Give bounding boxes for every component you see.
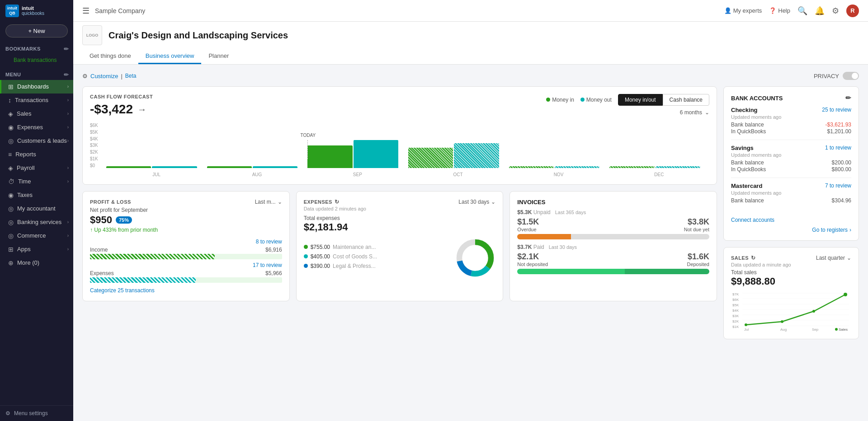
bookmarks-edit-icon[interactable]: ✏ [64,46,69,52]
bar-sep-teal [354,140,398,168]
exp-refresh-icon[interactable]: ↻ [335,199,340,205]
pl-expenses-row: Expenses $5,966 [90,270,282,283]
customize-icon: ⚙ [82,73,88,80]
sidebar-item-more[interactable]: ⊕ More (0) [0,256,73,270]
transactions-icon: ↕ [8,97,11,104]
sales-period[interactable]: Last quarter ⌄ [816,255,851,261]
exp-title-label: EXPENSES [304,199,332,205]
bank-connect-link[interactable]: Connect accounts [731,217,851,223]
pl-categorize-link[interactable]: Categorize 25 transactions [90,287,282,294]
today-label: TODAY [301,133,316,138]
notifications-icon[interactable]: 🔔 [815,6,825,16]
svg-text:Sales: Sales [839,327,848,332]
bar-group-aug [207,166,307,168]
bank-acc-review-savings[interactable]: 1 to review [825,145,851,151]
cf-period-chevron[interactable]: ⌄ [705,109,709,116]
sidebar-item-customers[interactable]: ◎ Customers & leads › [0,134,73,148]
inv-overdue-amount: $1.5K [517,217,539,227]
go-registers-link[interactable]: Go to registers › [731,227,851,233]
pl-period-chevron: ⌄ [278,199,282,205]
tab-get-things-done[interactable]: Get things done [82,49,138,64]
sidebar-item-apps[interactable]: ⊞ Apps › [0,243,73,256]
x-label-aug: AUG [207,172,307,177]
bank-acc-review-checking[interactable]: 25 to review [822,107,851,113]
user-avatar[interactable]: R [846,5,859,17]
sidebar-item-expenses[interactable]: ◉ Expenses › [0,121,73,134]
bar-group-dec [609,166,709,168]
sidebar-item-commerce[interactable]: ◎ Commerce › [0,229,73,243]
sidebar-item-bank-transactions[interactable]: Bank transactions [0,54,73,66]
menu-header[interactable]: MENU ✏ [0,70,73,80]
sidebar-item-sales[interactable]: ◈ Sales › [0,107,73,121]
inv-title: INVOICES [517,199,545,206]
help-link[interactable]: ❓ Help [769,7,790,14]
inv-paid-label: Paid [533,244,544,250]
bank-edit-icon[interactable]: ✏ [845,94,851,102]
search-icon[interactable]: 🔍 [797,6,807,16]
bookmarks-header[interactable]: BOOKMARKS ✏ [0,44,73,54]
cashflow-title: CASH FLOW FORECAST [90,94,153,99]
tab-planner[interactable]: Planner [201,49,236,64]
pl-expenses-label: Expenses [90,270,114,276]
expenses-chevron: › [67,125,69,130]
inv-unpaid-label: $5.3K Unpaid Last 365 days [517,209,586,215]
company-name-topbar: Sample Company [95,7,145,14]
sidebar-item-banking[interactable]: ◎ Banking services › [0,215,73,229]
sales-updated: Data updated a minute ago [731,262,851,267]
bank-accounts-card: BANK ACCOUNTS ✏ Checking 25 to review Up… [723,86,859,241]
dashboard-left: CASH FLOW FORECAST -$3,422 → Money in Mo… [82,86,717,339]
exp-dot-2 [304,254,308,258]
money-in-out-btn[interactable]: Money in/out [618,94,663,106]
customize-label[interactable]: Customize [90,73,118,80]
pl-period[interactable]: Last m... ⌄ [255,199,282,205]
pl-expense-review[interactable]: 17 to review [90,262,282,268]
topbar-left: ☰ Sample Company [82,6,145,16]
pl-pct-badge: 75% [116,216,132,224]
settings-gear-icon[interactable]: ⚙ [832,6,839,16]
sidebar-item-time[interactable]: ⏱ Time › [0,175,73,188]
bank-accounts-scroll: Checking 25 to review Updated moments ag… [731,107,851,213]
svg-point-19 [781,320,783,323]
expenses-card: EXPENSES ↻ Last 30 days ⌄ Data updated 2… [296,191,504,301]
privacy-switch[interactable] [843,72,859,80]
sales-refresh-icon[interactable]: ↻ [751,255,756,261]
go-registers-label: Go to registers [812,227,848,233]
bank-balance-label-checking: Bank balance [731,122,764,128]
commerce-icon: ◎ [8,232,14,239]
x-label-nov: NOV [508,172,609,177]
bar-group-sep: TODAY [307,140,407,168]
bank-qb-label-checking: In QuickBooks [731,128,766,135]
svg-point-20 [812,310,815,313]
hamburger-icon[interactable]: ☰ [82,6,90,16]
sidebar-item-payroll[interactable]: ◈ Payroll › [0,161,73,175]
exp-item-3: $390.00 Legal & Profess... [304,263,451,269]
cash-balance-btn[interactable]: Cash balance [663,94,709,106]
sidebar-item-taxes[interactable]: ◉ Taxes [0,188,73,202]
my-experts-link[interactable]: 👤 My experts [724,7,762,14]
new-button[interactable]: + New [5,24,68,37]
sidebar-item-dashboards[interactable]: ⊞ Dashboards › [0,80,73,94]
sidebar-item-label-customers: Customers & leads [17,137,67,144]
tab-business-overview[interactable]: Business overview [138,49,202,64]
bank-balance-label-savings: Bank balance [731,159,764,166]
sales-card: SALES ↻ Last quarter ⌄ Data updated a mi… [723,247,859,339]
pl-income-review[interactable]: 8 to review [90,239,282,245]
cashflow-chart: $6K $5K $4K $3K $2K $1K $0 [90,123,709,177]
money-out-label: Money out [586,97,612,103]
sidebar-item-label-taxes: Taxes [17,192,33,198]
bank-acc-updated-savings: Updated moments ago [731,152,851,158]
exp-period[interactable]: Last 30 days ⌄ [458,199,495,205]
bank-qb-value-checking: $1,201.00 [827,128,851,135]
more-icon: ⊕ [8,259,14,267]
inv-header: INVOICES [517,199,709,206]
sidebar-item-transactions[interactable]: ↕ Transactions › [0,94,73,107]
sidebar-item-reports[interactable]: ≡ Reports [0,148,73,161]
cashflow-value: -$3,422 [90,102,133,117]
bank-acc-review-mastercard[interactable]: 7 to review [825,182,851,189]
dashboards-icon: ⊞ [8,83,14,90]
bar-oct-green [408,148,453,168]
exp-amount-2: $405.00 [311,253,330,260]
menu-edit-icon[interactable]: ✏ [64,71,69,78]
menu-settings[interactable]: ⚙ Menu settings [0,405,73,421]
sidebar-item-accountant[interactable]: ◎ My accountant [0,202,73,215]
